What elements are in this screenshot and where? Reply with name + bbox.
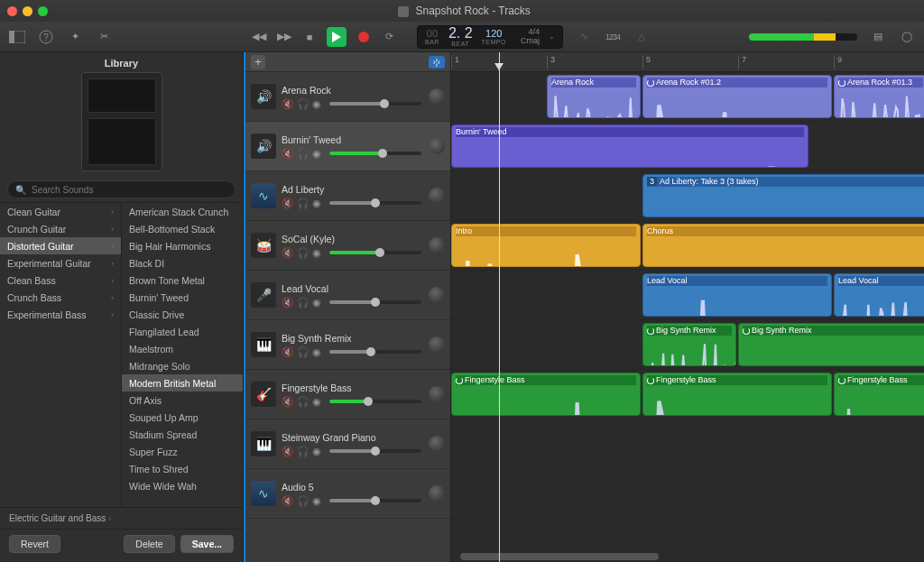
solo-icon[interactable]: 🎧 (297, 396, 307, 406)
region[interactable]: Big Synth Remix (738, 323, 924, 366)
library-item[interactable]: Big Hair Harmonics (122, 237, 243, 254)
library-item[interactable]: Souped Up Amp (122, 409, 243, 426)
library-item[interactable]: Flangilated Lead (122, 323, 243, 340)
region[interactable]: Lead Vocal (834, 273, 924, 317)
region[interactable]: Fingerstyle Bass (642, 373, 832, 416)
mute-icon[interactable]: 🔇 (282, 198, 291, 207)
volume-slider[interactable] (329, 499, 421, 502)
solo-icon[interactable]: 🎧 (297, 297, 307, 307)
pan-knob[interactable] (429, 436, 445, 452)
track-header[interactable]: 🥁 SoCal (Kyle) 🔇 🎧 ◉ (245, 221, 450, 271)
library-item[interactable]: Classic Drive (122, 306, 243, 323)
solo-icon[interactable]: 🎧 (297, 198, 307, 207)
library-item[interactable]: Time to Shred (122, 460, 243, 477)
input-monitor-icon[interactable]: ◉ (312, 396, 322, 406)
track-lane[interactable]: IntroChorus (451, 221, 924, 271)
add-track-button[interactable]: + (251, 55, 265, 69)
region[interactable]: 3Ad Liberty: Take 3 (3 takes) (642, 174, 924, 217)
solo-icon[interactable]: 🎧 (297, 247, 307, 257)
mute-icon[interactable]: 🔇 (282, 98, 291, 108)
pan-knob[interactable] (429, 188, 445, 204)
track-header[interactable]: 🎤 Lead Vocal 🔇 🎧 ◉ (245, 271, 450, 320)
volume-slider[interactable] (329, 152, 421, 155)
track-header[interactable]: 🔊 Arena Rock 🔇 🎧 ◉ (245, 72, 450, 122)
scissors-icon[interactable]: ✂ (96, 29, 112, 45)
volume-slider[interactable] (329, 201, 421, 205)
volume-slider[interactable] (329, 449, 421, 453)
pan-knob[interactable] (429, 88, 445, 105)
mute-icon[interactable]: 🔇 (282, 396, 291, 406)
track-lane[interactable]: Lead VocalLead VocalLead (451, 271, 924, 320)
library-item[interactable]: Crunch Guitar› (0, 220, 121, 237)
tuner-icon[interactable]: ∿ (576, 29, 592, 45)
track-lane[interactable]: Big Synth RemixBig Synth Remix (451, 320, 924, 370)
close-window[interactable] (7, 6, 17, 16)
mute-icon[interactable]: 🔇 (282, 346, 291, 356)
library-item[interactable]: Crunch Bass› (0, 289, 121, 306)
arrange-area[interactable]: Arena RockArena Rock #01.2Arena Rock #01… (451, 72, 924, 562)
library-item[interactable]: American Stack Crunch (122, 203, 243, 220)
mute-icon[interactable]: 🔇 (282, 297, 291, 307)
revert-button[interactable]: Revert (9, 535, 60, 553)
quick-help-icon[interactable]: ? (38, 29, 54, 45)
library-item[interactable]: Bell-Bottomed Stack (122, 220, 243, 237)
lcd-display[interactable]: 00BAR 2. 2BEAT 120TEMPO 4/4Cmaj ⌄ (417, 25, 563, 49)
region[interactable]: Arena Rock #01.3 (834, 75, 924, 118)
track-lane[interactable] (451, 469, 924, 519)
solo-icon[interactable]: 🎧 (297, 148, 307, 158)
library-item[interactable]: Clean Guitar› (0, 203, 121, 220)
rewind-icon[interactable]: ◀◀ (251, 29, 267, 45)
region[interactable]: Fingerstyle Bass (834, 373, 924, 416)
library-toggle-icon[interactable] (9, 29, 25, 45)
zoom-window[interactable] (38, 6, 48, 16)
input-monitor-icon[interactable]: ◉ (312, 148, 322, 158)
library-item[interactable]: Burnin' Tweed (122, 289, 243, 306)
mute-icon[interactable]: 🔇 (282, 446, 291, 456)
region[interactable]: Big Synth Remix (642, 323, 736, 366)
input-monitor-icon[interactable]: ◉ (312, 198, 322, 207)
input-monitor-icon[interactable]: ◉ (312, 98, 322, 108)
region[interactable]: Arena Rock #01.2 (642, 75, 832, 118)
region[interactable]: Lead Vocal (642, 273, 832, 317)
input-monitor-icon[interactable]: ◉ (312, 297, 322, 307)
metronome-icon[interactable]: △ (633, 29, 650, 45)
delete-button[interactable]: Delete (124, 535, 174, 553)
library-item[interactable]: Clean Bass› (0, 272, 121, 289)
loop-browser-icon[interactable]: ◯ (899, 29, 915, 45)
volume-slider[interactable] (329, 400, 421, 403)
pan-knob[interactable] (429, 336, 445, 353)
library-item[interactable]: Distorted Guitar› (0, 237, 121, 254)
pan-knob[interactable] (429, 386, 445, 402)
volume-slider[interactable] (329, 350, 421, 354)
library-item[interactable]: Wide Wide Wah (122, 477, 243, 494)
library-item[interactable]: Black DI (122, 254, 243, 272)
region[interactable]: Arena Rock (547, 75, 641, 118)
notepad-icon[interactable]: ▤ (870, 29, 886, 45)
input-monitor-icon[interactable]: ◉ (312, 446, 322, 456)
track-lane[interactable]: Burnin' Tweed (451, 122, 924, 171)
input-monitor-icon[interactable]: ◉ (312, 495, 322, 505)
region[interactable]: Intro (451, 224, 641, 267)
track-header[interactable]: ∿ Audio 5 🔇 🎧 ◉ (245, 469, 450, 519)
region[interactable]: Burnin' Tweed (451, 124, 808, 168)
library-breadcrumb[interactable]: Electric Guitar and Bass › (0, 507, 243, 529)
library-item[interactable]: Experimental Bass› (0, 306, 121, 323)
volume-slider[interactable] (329, 102, 421, 106)
library-item[interactable]: Experimental Guitar› (0, 254, 121, 272)
track-header[interactable]: ∿ Ad Liberty 🔇 🎧 ◉ (245, 171, 450, 221)
save-button[interactable]: Save... (180, 535, 234, 553)
mute-icon[interactable]: 🔇 (282, 247, 291, 257)
solo-icon[interactable]: 🎧 (297, 495, 307, 505)
record-button[interactable] (356, 29, 372, 45)
pan-knob[interactable] (429, 138, 445, 154)
region[interactable]: Chorus (642, 224, 924, 267)
mute-icon[interactable]: 🔇 (282, 495, 291, 505)
solo-icon[interactable]: 🎧 (297, 446, 307, 456)
stop-icon[interactable]: ■ (301, 29, 318, 45)
track-header[interactable]: 🎹 Steinway Grand Piano 🔇 🎧 ◉ (245, 419, 450, 469)
pan-knob[interactable] (429, 287, 445, 303)
forward-icon[interactable]: ▶▶ (276, 29, 292, 45)
ruler[interactable]: 1357911 (451, 52, 924, 72)
horizontal-scrollbar[interactable] (460, 553, 659, 560)
input-monitor-icon[interactable]: ◉ (312, 346, 322, 356)
